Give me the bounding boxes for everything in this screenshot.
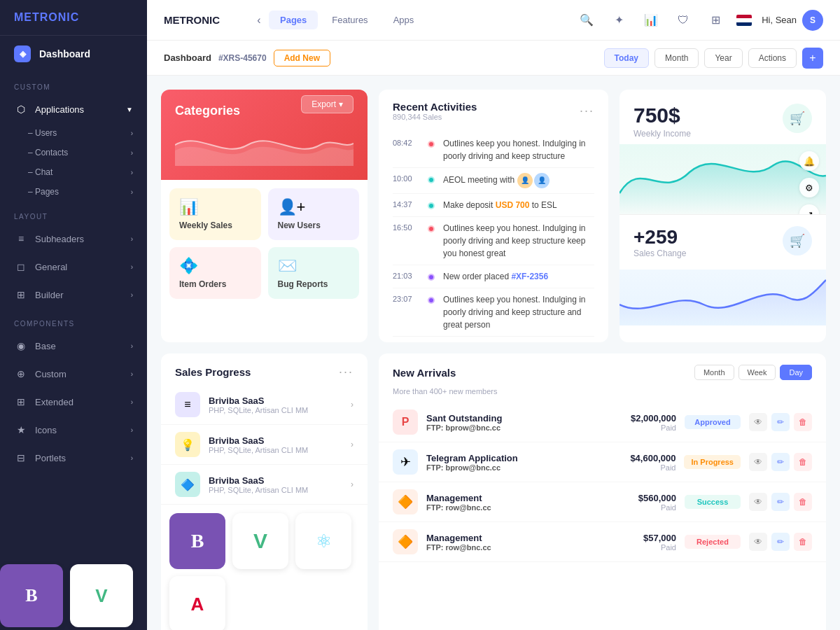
tile-weekly-sales[interactable]: 📊 Weekly Sales bbox=[169, 188, 261, 240]
sales-progress-menu-icon[interactable]: ··· bbox=[339, 365, 354, 379]
sidebar-item-general[interactable]: ◻ General › bbox=[0, 253, 147, 281]
subheader: Dashboard #XRS-45670 Add New Today Month… bbox=[147, 41, 840, 76]
activity-dot-purple bbox=[428, 297, 435, 304]
page-content: Categories Export ▾ bbox=[147, 76, 840, 630]
base-icon: ◉ bbox=[14, 339, 28, 353]
sidebar-item-extended[interactable]: ⊞ Extended › bbox=[0, 388, 147, 416]
search-icon[interactable]: 🔍 bbox=[575, 9, 598, 31]
btn-year[interactable]: Year bbox=[704, 48, 742, 68]
tab-features[interactable]: Features bbox=[321, 10, 379, 29]
subheaders-chevron: › bbox=[131, 235, 133, 243]
sidebar-item-applications[interactable]: ⬡ Applications ▼ bbox=[0, 95, 147, 123]
btn-actions[interactable]: Actions bbox=[748, 48, 797, 68]
base-chevron: › bbox=[131, 342, 133, 350]
sidebar-toggle-icon[interactable]: ‹ bbox=[249, 10, 269, 30]
arrival-info-2: Telegram Application FTP: bprow@bnc.cc bbox=[426, 453, 604, 472]
sidebar-dashboard[interactable]: ◈ Dashboard bbox=[0, 36, 147, 72]
arrivals-tabs: Month Week Day bbox=[694, 365, 812, 380]
activity-item: 10:00 AEOL meeting with 👤 👤 bbox=[393, 168, 594, 194]
tile-new-users[interactable]: 👤+ New Users bbox=[268, 188, 360, 240]
user-greeting: Hi, Sean bbox=[762, 15, 797, 25]
user-menu[interactable]: Hi, Sean S bbox=[762, 10, 823, 31]
tab-month[interactable]: Month bbox=[694, 365, 734, 380]
activity-dot-teal bbox=[428, 176, 435, 183]
activity-dot-red bbox=[428, 141, 435, 148]
arrival-amount-2: $4,600,000 Paid bbox=[612, 453, 676, 472]
arrival-ftp-2: FTP: bprow@bnc.cc bbox=[426, 463, 604, 472]
arrival-amount-4: $57,000 Paid bbox=[613, 533, 676, 552]
sidebar-item-builder[interactable]: ⊞ Builder › bbox=[0, 281, 147, 309]
btn-today[interactable]: Today bbox=[604, 48, 649, 68]
network-icon[interactable]: ✦ bbox=[608, 9, 630, 31]
sidebar-item-chat[interactable]: – Chat › bbox=[28, 162, 147, 182]
add-new-button[interactable]: Add New bbox=[274, 50, 330, 66]
sidebar-item-users[interactable]: – Users › bbox=[28, 123, 147, 143]
action-view-3[interactable]: 👁 bbox=[749, 493, 767, 511]
activities-menu-icon[interactable]: ··· bbox=[580, 104, 594, 118]
action-edit-4[interactable]: ✏ bbox=[771, 533, 790, 551]
sidebar-item-base[interactable]: ◉ Base › bbox=[0, 332, 147, 360]
subheader-actions: Today Month Year Actions + bbox=[604, 48, 823, 69]
activity-time: 08:42 bbox=[393, 137, 419, 147]
action-delete-2[interactable]: 🗑 bbox=[794, 453, 812, 471]
grid-icon[interactable]: ⊞ bbox=[704, 9, 727, 31]
income-top: 750$ Weekly Income 🛒 bbox=[620, 90, 826, 144]
sidebar-item-custom[interactable]: ⊕ Custom › bbox=[0, 360, 147, 388]
activity-text: Make deposit USD 700 to ESL bbox=[443, 199, 557, 211]
avatar-1: 👤 bbox=[517, 173, 533, 188]
shield-icon[interactable]: 🛡 bbox=[672, 9, 694, 31]
tile-bug-reports[interactable]: ✉️ Bug Reports bbox=[268, 247, 360, 299]
activity-link-amount: USD 700 bbox=[496, 200, 530, 210]
activity-list: 08:42 Outlines keep you honest. Indulgin… bbox=[379, 127, 608, 342]
action-view-4[interactable]: 👁 bbox=[749, 533, 767, 551]
wave-chart bbox=[175, 124, 354, 166]
sidebar-item-icons[interactable]: ★ Icons › bbox=[0, 416, 147, 444]
logo-bootstrap-card: B bbox=[169, 513, 225, 569]
sidebar-item-portlets[interactable]: ⊟ Portlets › bbox=[0, 444, 147, 472]
tab-week[interactable]: Week bbox=[738, 365, 776, 380]
export-button[interactable]: Export ▾ bbox=[301, 95, 354, 113]
action-view-2[interactable]: 👁 bbox=[749, 453, 767, 471]
action-delete-4[interactable]: 🗑 bbox=[794, 533, 812, 551]
sp-icon-1: ≡ bbox=[184, 398, 190, 411]
tab-apps[interactable]: Apps bbox=[382, 10, 426, 29]
arrival-badge-1: Approved bbox=[685, 415, 741, 429]
arrival-actions-1: 👁 ✏ 🗑 bbox=[749, 413, 812, 431]
arrivals-subtitle: More than 400+ new members bbox=[379, 387, 826, 402]
income-label: Weekly Income bbox=[634, 129, 691, 139]
action-edit-2[interactable]: ✏ bbox=[771, 453, 790, 471]
extended-icon: ⊞ bbox=[14, 395, 28, 409]
activities-subtitle: 890,344 Sales bbox=[393, 113, 477, 121]
notification-icon[interactable]: 🔔 bbox=[799, 151, 819, 171]
arrival-ftp-3: FTP: row@bnc.cc bbox=[426, 503, 605, 512]
sp-avatar-3: 🔷 bbox=[175, 472, 200, 497]
sp-icon-3: 🔷 bbox=[181, 478, 195, 491]
action-delete-1[interactable]: 🗑 bbox=[794, 413, 812, 431]
tab-pages[interactable]: Pages bbox=[269, 10, 318, 29]
sp-info-1: Briviba SaaS PHP, SQLite, Artisan CLI MM bbox=[209, 396, 342, 414]
action-edit-1[interactable]: ✏ bbox=[771, 413, 790, 431]
sidebar-item-subheaders[interactable]: ≡ Subheaders › bbox=[0, 225, 147, 253]
tab-day[interactable]: Day bbox=[780, 365, 812, 380]
arrival-row-3: 🔶 Management FTP: row@bnc.cc $560,000 Pa… bbox=[379, 482, 826, 522]
action-view-1[interactable]: 👁 bbox=[749, 413, 767, 431]
btn-add-plus[interactable]: + bbox=[802, 48, 823, 69]
action-edit-3[interactable]: ✏ bbox=[771, 493, 790, 511]
tile-item-orders[interactable]: 💠 Item Orders bbox=[169, 247, 261, 299]
activity-item: 21:03 New order placed #XF-2356 bbox=[393, 265, 594, 288]
income-icon: 🛒 bbox=[783, 104, 812, 133]
share-icon[interactable]: ↗ bbox=[799, 204, 819, 214]
activity-dot-red bbox=[428, 225, 435, 232]
react-icon: ⚛ bbox=[316, 531, 332, 552]
recent-activities-card: Recent Activities 890,344 Sales ··· 08:4… bbox=[379, 90, 608, 342]
sidebar-item-pages[interactable]: – Pages › bbox=[28, 182, 147, 202]
settings-icon[interactable]: ⚙ bbox=[799, 178, 819, 197]
mgmt2-icon: 🔶 bbox=[398, 534, 413, 550]
chart-icon[interactable]: 📊 bbox=[640, 9, 662, 31]
sidebar-item-contacts[interactable]: – Contacts › bbox=[28, 143, 147, 162]
language-flag[interactable] bbox=[736, 15, 752, 26]
btn-month[interactable]: Month bbox=[654, 48, 699, 68]
logo-react-card: ⚛ bbox=[295, 513, 351, 569]
action-delete-3[interactable]: 🗑 bbox=[794, 493, 812, 511]
arrival-badge-2: In Progress bbox=[684, 455, 741, 469]
